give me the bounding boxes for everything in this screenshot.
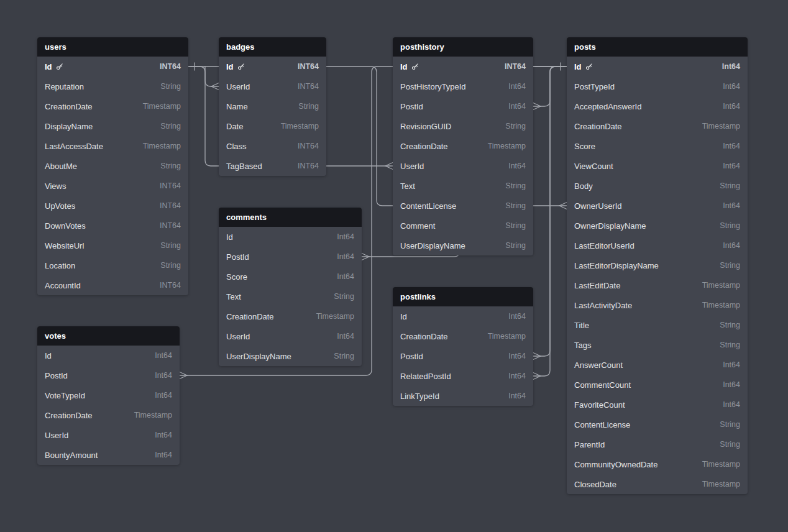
field-name: UserId	[226, 82, 250, 91]
field-row-votes-UserId: UserIdInt64	[37, 425, 180, 445]
field-name: OwnerDisplayName	[574, 221, 646, 231]
field-type: Int64	[155, 351, 172, 360]
field-name: LastEditorDisplayName	[574, 261, 659, 270]
field-row-posts-CommunityOwnedDate: CommunityOwnedDateTimestamp	[567, 454, 748, 474]
field-row-votes-BountyAmount: BountyAmountInt64	[37, 445, 180, 465]
table-comments[interactable]: commentsIdInt64PostIdInt64ScoreInt64Text…	[219, 208, 362, 366]
field-type: INT64	[160, 221, 181, 230]
field-row-badges-TagBased: TagBasedINT64	[219, 156, 326, 176]
field-type: Timestamp	[488, 142, 526, 150]
field-type: Timestamp	[134, 411, 172, 420]
field-name: CreationDate	[400, 332, 448, 341]
field-name: Id	[400, 312, 407, 321]
table-posts[interactable]: postsIdInt64PostTypeIdInt64AcceptedAnswe…	[567, 37, 748, 494]
field-row-posts-LastEditorDisplayName: LastEditorDisplayNameString	[567, 255, 748, 275]
table-header-posthistory[interactable]: posthistory	[393, 37, 533, 57]
table-title: votes	[45, 331, 66, 341]
field-type: Timestamp	[702, 301, 740, 310]
field-name: Views	[45, 181, 66, 191]
field-type: Timestamp	[702, 281, 740, 290]
field-type: String	[334, 292, 354, 301]
table-header-posts[interactable]: posts	[567, 37, 748, 57]
table-title: posts	[574, 42, 596, 52]
field-row-postlinks-PostId: PostIdInt64	[393, 346, 533, 366]
field-type: Timestamp	[316, 312, 354, 321]
field-type: Int64	[723, 102, 740, 111]
field-row-users-DownVotes: DownVotesINT64	[37, 216, 188, 236]
field-type: String	[720, 341, 740, 349]
field-type: INT64	[160, 281, 181, 290]
field-type: Timestamp	[488, 332, 526, 341]
field-type: INT64	[298, 82, 319, 91]
diagram-canvas: usersIdINT64ReputationStringCreationDate…	[0, 0, 788, 532]
field-type: Int64	[723, 360, 740, 369]
field-type: String	[334, 352, 354, 360]
field-row-posts-ClosedDate: ClosedDateTimestamp	[567, 474, 748, 494]
field-name: UserDisplayName	[400, 241, 465, 250]
field-row-posts-ContentLicense: ContentLicenseString	[567, 415, 748, 434]
field-row-users-AboutMe: AboutMeString	[37, 156, 188, 176]
field-name: LastEditDate	[574, 281, 620, 290]
field-name: VoteTypeId	[45, 391, 85, 400]
field-type: Int64	[155, 451, 172, 459]
field-name: Class	[226, 142, 247, 151]
table-postlinks[interactable]: postlinksIdInt64CreationDateTimestampPos…	[393, 287, 533, 406]
field-type: INT64	[160, 181, 181, 190]
field-name: LastAccessDate	[45, 142, 103, 151]
field-type: String	[298, 102, 319, 111]
field-type: Int64	[508, 392, 526, 400]
field-row-postlinks-CreationDate: CreationDateTimestamp	[393, 326, 533, 346]
field-type: Timestamp	[143, 142, 181, 150]
field-name: UserId	[400, 162, 424, 171]
field-name: Id	[45, 351, 52, 360]
field-name: CreationDate	[45, 102, 93, 111]
field-type: Int64	[155, 431, 172, 439]
field-type: String	[720, 181, 740, 190]
field-name: Reputation	[45, 82, 84, 91]
field-row-posts-PostTypeId: PostTypeIdInt64	[567, 76, 748, 96]
table-users[interactable]: usersIdINT64ReputationStringCreationDate…	[37, 37, 188, 295]
field-name: Name	[226, 102, 248, 111]
table-badges[interactable]: badgesIdINT64UserIdINT64NameStringDateTi…	[219, 37, 326, 176]
field-row-badges-Date: DateTimestamp	[219, 116, 326, 136]
field-name: Id	[400, 62, 408, 71]
field-type: Int64	[508, 162, 526, 170]
field-name: Score	[574, 142, 595, 151]
table-votes[interactable]: votesIdInt64PostIdInt64VoteTypeIdInt64Cr…	[37, 326, 180, 465]
field-row-posts-ViewCount: ViewCountInt64	[567, 156, 748, 176]
field-name: UpVotes	[45, 201, 75, 211]
field-name: UserDisplayName	[226, 352, 291, 361]
table-header-postlinks[interactable]: postlinks	[393, 287, 533, 306]
field-row-posts-LastEditorUserId: LastEditorUserIdInt64	[567, 236, 748, 255]
table-header-votes[interactable]: votes	[37, 326, 180, 346]
field-type: Int64	[508, 372, 526, 380]
field-name: OwnerUserId	[574, 201, 622, 211]
table-title: postlinks	[400, 292, 436, 301]
field-type: String	[505, 221, 526, 230]
field-row-posts-LastActivityDate: LastActivityDateTimestamp	[567, 295, 748, 315]
field-name: TagBased	[226, 162, 262, 171]
field-name: CreationDate	[226, 312, 274, 321]
table-header-users[interactable]: users	[37, 37, 188, 57]
table-header-comments[interactable]: comments	[219, 208, 362, 227]
table-header-badges[interactable]: badges	[219, 37, 326, 57]
field-row-votes-VoteTypeId: VoteTypeIdInt64	[37, 385, 180, 405]
field-name: PostId	[400, 102, 423, 111]
field-name: CommentCount	[574, 380, 631, 390]
table-title: posthistory	[400, 42, 444, 52]
field-name: Id	[226, 232, 233, 242]
field-name: ParentId	[574, 440, 605, 449]
field-type: Int64	[337, 252, 354, 261]
field-row-posts-Body: BodyString	[567, 176, 748, 196]
field-row-comments-Score: ScoreInt64	[219, 267, 362, 287]
field-type: String	[720, 440, 740, 449]
table-posthistory[interactable]: posthistoryIdINT64PostHistoryTypeIdInt64…	[393, 37, 533, 255]
field-row-posts-CommentCount: CommentCountInt64	[567, 375, 748, 395]
field-type: INT64	[160, 62, 181, 71]
field-row-users-DisplayName: DisplayNameString	[37, 116, 188, 136]
field-row-votes-Id: IdInt64	[37, 346, 180, 365]
field-row-votes-PostId: PostIdInt64	[37, 365, 180, 385]
field-name: AccountId	[45, 281, 81, 290]
field-type: String	[505, 201, 526, 210]
field-row-posthistory-ContentLicense: ContentLicenseString	[393, 196, 533, 216]
